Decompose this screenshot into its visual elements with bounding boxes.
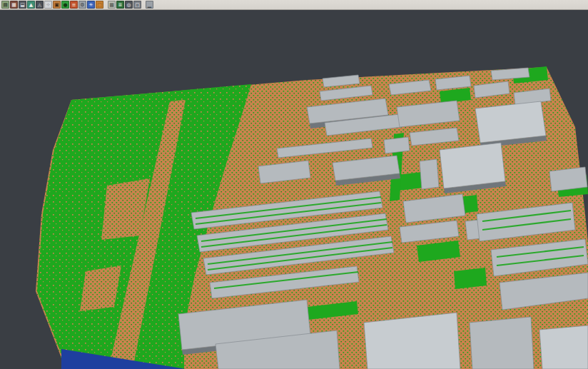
viewport-3d-canvas[interactable] [0, 0, 588, 369]
application-window: ▤▦⬓▲◬⁘▣●≡⚙✳⬚▩≣◍▢▁ [0, 0, 588, 369]
snapshot-icon[interactable]: ▢ [133, 1, 141, 9]
vegetation-class-icon[interactable]: ● [61, 1, 69, 9]
terrain-icon[interactable]: ▲ [27, 1, 35, 9]
histogram-icon[interactable]: ▁ [146, 1, 153, 9]
texture-grid-icon[interactable]: ▩ [108, 1, 116, 9]
toolbar-separator [104, 1, 107, 9]
orthophoto-icon[interactable]: ▣ [53, 1, 61, 9]
point-cloud-icon[interactable]: ⁘ [44, 1, 52, 9]
mesh-icon[interactable]: ◬ [36, 1, 44, 9]
ground-class-icon[interactable]: ≡ [70, 1, 78, 9]
layers-icon[interactable]: ≣ [116, 1, 124, 9]
open-project-icon[interactable]: ▤ [1, 1, 9, 9]
settings-gear-icon[interactable]: ⚙ [78, 1, 86, 9]
import-icon[interactable]: ⬓ [19, 1, 26, 9]
toolbar: ▤▦⬓▲◬⁘▣●≡⚙✳⬚▩≣◍▢▁ [0, 0, 588, 10]
save-icon[interactable]: ▦ [10, 1, 18, 9]
selection-box-icon[interactable]: ⬚ [96, 1, 103, 9]
axes-icon[interactable]: ✳ [87, 1, 95, 9]
toolbar-separator [142, 1, 145, 9]
globe-icon[interactable]: ◍ [125, 1, 133, 9]
